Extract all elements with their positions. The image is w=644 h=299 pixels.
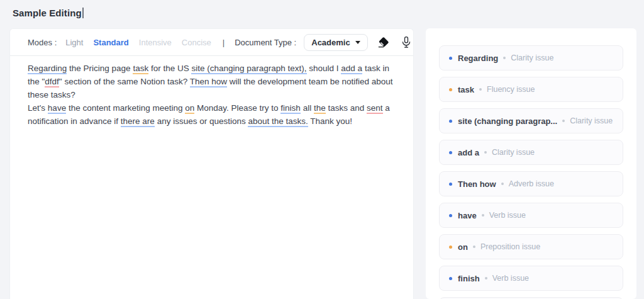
issue-color-dot <box>449 57 452 60</box>
suggestion-card[interactable]: onPreposition issue <box>439 234 623 259</box>
separator-dot <box>501 183 504 185</box>
underlined-text-blue[interactable]: add a <box>341 64 362 74</box>
issue-type-label: Clarity issue <box>492 148 535 157</box>
underlined-text-red[interactable]: dfdf <box>45 77 59 87</box>
plain-text: Monday. Please try to <box>194 103 280 113</box>
underlined-text-orange[interactable]: task <box>133 64 148 74</box>
suggestion-word: have <box>458 211 477 220</box>
issue-type-label: Clarity issue <box>570 116 613 125</box>
suggestion-word: site (changing paragrap... <box>458 116 557 126</box>
app-page: Sample Editing Modes : LightStandardInte… <box>0 0 644 299</box>
suggestion-word: task <box>458 85 474 94</box>
issue-type-label: Fluency issue <box>487 85 535 94</box>
document-type-value: Academic <box>311 38 350 47</box>
issue-color-dot <box>449 277 452 280</box>
separator-dot <box>503 57 506 59</box>
separator-dot <box>485 277 487 279</box>
separator-dot <box>473 245 475 248</box>
text-cursor <box>82 8 84 18</box>
modes-group: LightStandardIntensiveConcise <box>65 38 221 47</box>
suggestion-card[interactable]: site (changing paragrap...Clarity issue <box>439 108 623 133</box>
mode-option-concise: Concise <box>182 38 211 47</box>
issue-color-dot <box>449 245 452 249</box>
suggestions-sidebar: RegardingClarity issuetaskFluency issues… <box>426 28 636 299</box>
microphone-icon[interactable] <box>399 35 413 49</box>
plain-text: any issues or questions <box>155 116 248 126</box>
plain-text: the Pricing page <box>67 64 133 73</box>
suggestion-card[interactable]: RegardingClarity issue <box>439 45 623 71</box>
issue-color-dot <box>449 214 452 217</box>
underlined-text-blue[interactable]: about the tasks. <box>248 116 308 127</box>
mode-option-light[interactable]: Light <box>65 38 83 47</box>
eraser-icon[interactable] <box>377 35 391 49</box>
suggestion-card[interactable]: finishVerb issue <box>439 266 623 291</box>
underlined-text-blue[interactable]: finish <box>280 103 301 114</box>
separator-dot <box>562 120 565 122</box>
issue-type-label: Verb issue <box>492 274 529 283</box>
plain-text: tasks and <box>326 103 367 113</box>
chevron-down-icon <box>355 41 360 44</box>
underlined-text-red[interactable]: sent <box>367 103 383 114</box>
plain-text: for the US <box>148 64 191 73</box>
suggestion-word: Then how <box>458 179 496 189</box>
suggestion-card[interactable]: Then howAdverb issue <box>439 171 623 196</box>
issue-type-label: Clarity issue <box>511 54 553 62</box>
underlined-text-blue[interactable]: Regarding <box>28 64 67 74</box>
editor-paragraph: Let's have the content marketing meeting… <box>28 101 402 128</box>
toolbar-divider: | <box>223 38 225 47</box>
plain-text: Thank you! <box>308 116 352 126</box>
separator-dot <box>484 151 487 154</box>
suggestion-word: add a <box>458 148 479 157</box>
issue-color-dot <box>449 88 452 91</box>
suggestion-card[interactable]: add aClarity issue <box>439 140 623 165</box>
editor-toolbar: Modes : LightStandardIntensiveConcise | … <box>10 29 413 56</box>
editor-text-area[interactable]: Regarding the Pricing page task for the … <box>10 56 413 128</box>
separator-dot <box>482 214 484 217</box>
underlined-text-blue[interactable]: have <box>48 103 66 114</box>
plain-text: " section of the same Notion task? <box>59 77 190 86</box>
suggestion-word: finish <box>458 274 480 283</box>
issue-color-dot <box>449 183 452 186</box>
suggestion-card[interactable]: haveVerb issue <box>439 203 623 228</box>
suggestion-card[interactable]: taskFluency issue <box>439 77 623 102</box>
underlined-text-blue[interactable]: site (changing paragraph text), <box>191 64 306 74</box>
issue-type-label: Adverb issue <box>509 179 554 188</box>
underlined-text-orange[interactable]: the <box>314 103 326 114</box>
plain-text: should I <box>307 64 341 73</box>
editor-paragraph: Regarding the Pricing page task for the … <box>28 62 402 101</box>
issue-color-dot <box>449 151 452 154</box>
underlined-text-blue[interactable]: Then how <box>190 77 227 87</box>
issue-type-label: Verb issue <box>489 211 526 220</box>
document-type-label: Document Type : <box>235 38 296 47</box>
document-type-dropdown[interactable]: Academic <box>304 34 367 51</box>
underlined-text-orange[interactable]: on <box>185 103 194 114</box>
mode-option-intensive: Intensive <box>139 38 172 47</box>
suggestion-word: Regarding <box>458 54 498 63</box>
mode-option-standard[interactable]: Standard <box>93 38 128 47</box>
document-title-field[interactable]: Sample Editing <box>13 8 84 18</box>
modes-label: Modes : <box>28 38 57 47</box>
plain-text: the content marketing meeting <box>66 103 185 113</box>
separator-dot <box>479 88 482 91</box>
plain-text: Let's <box>28 103 48 113</box>
plain-text: all <box>301 103 314 113</box>
issue-color-dot <box>449 120 452 123</box>
underlined-text-blue[interactable]: there are <box>121 116 155 127</box>
issue-type-label: Preposition issue <box>480 242 540 251</box>
suggestion-word: on <box>458 242 468 252</box>
document-title: Sample Editing <box>13 8 82 18</box>
editor-panel: Modes : LightStandardIntensiveConcise | … <box>9 28 414 299</box>
